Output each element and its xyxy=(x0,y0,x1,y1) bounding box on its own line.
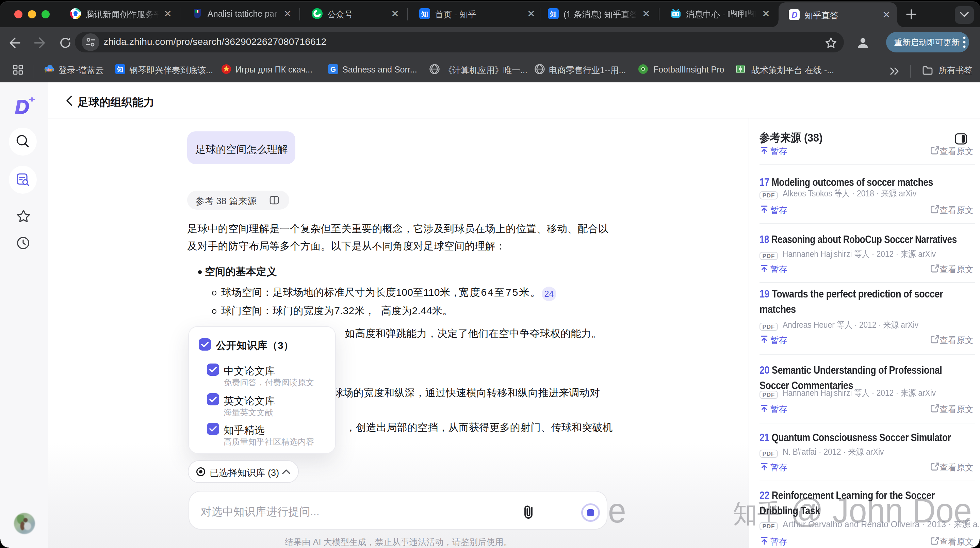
svg-text:知: 知 xyxy=(421,10,428,18)
svg-text:D: D xyxy=(15,96,29,118)
svg-text:知: 知 xyxy=(117,66,123,73)
svg-text:D: D xyxy=(791,10,797,19)
svg-text:G: G xyxy=(331,65,336,73)
svg-text:知: 知 xyxy=(550,10,557,18)
svg-text:plan: plan xyxy=(45,68,54,73)
